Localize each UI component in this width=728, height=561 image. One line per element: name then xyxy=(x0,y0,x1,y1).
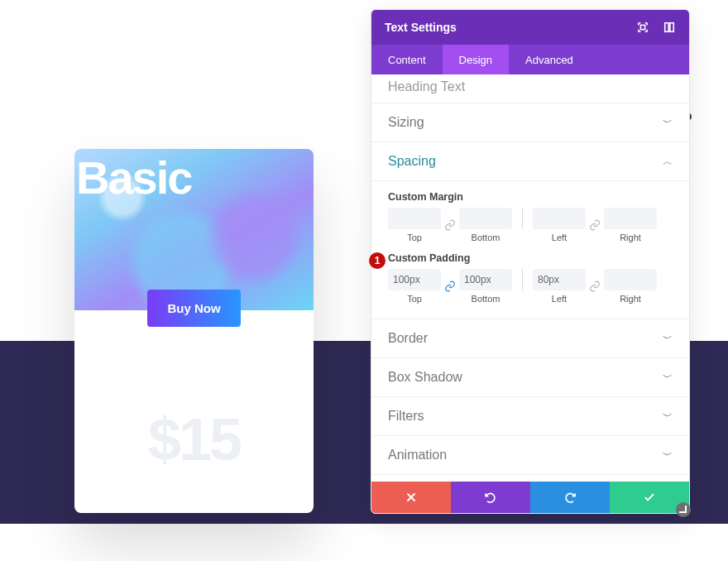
chevron-down-icon: ﹀ xyxy=(663,448,673,463)
panel-footer xyxy=(371,482,689,513)
svg-rect-0 xyxy=(640,25,644,29)
section-label: Spacing xyxy=(388,154,436,169)
card-title: Basic xyxy=(76,151,191,204)
panel-header[interactable]: Text Settings xyxy=(371,10,689,45)
section-spacing[interactable]: Spacing ︿ xyxy=(371,142,689,181)
margin-bottom-input[interactable] xyxy=(459,208,512,229)
redo-button[interactable] xyxy=(530,482,610,513)
svg-rect-1 xyxy=(665,23,668,32)
chevron-down-icon: ﹀ xyxy=(663,332,673,346)
padding-left-input[interactable] xyxy=(533,269,586,290)
section-label: Filters xyxy=(388,409,424,424)
custom-margin-label: Custom Margin xyxy=(388,191,673,203)
side-label: Left xyxy=(552,233,567,242)
side-label: Left xyxy=(552,294,567,304)
padding-bottom-input[interactable] xyxy=(459,269,512,290)
tab-advanced[interactable]: Advanced xyxy=(509,45,590,74)
padding-right-input[interactable] xyxy=(604,269,657,290)
side-label: Bottom xyxy=(472,233,500,242)
tab-content[interactable]: Content xyxy=(371,45,443,74)
side-label: Top xyxy=(407,233,422,242)
svg-rect-2 xyxy=(670,23,673,32)
chevron-down-icon: ﹀ xyxy=(663,116,673,130)
panel-body: Heading Text Sizing ﹀ Spacing ︿ Custom M… xyxy=(371,74,689,482)
resize-handle-icon[interactable] xyxy=(676,502,691,517)
panel-tabs: Content Design Advanced xyxy=(371,45,689,74)
side-label: Top xyxy=(407,294,422,304)
snap-icon[interactable] xyxy=(663,21,676,34)
annotation-callout-1: 1 xyxy=(369,252,386,269)
margin-left-input[interactable] xyxy=(533,208,586,229)
side-label: Bottom xyxy=(472,294,500,304)
panel-title: Text Settings xyxy=(385,21,623,34)
custom-padding-label: Custom Padding xyxy=(388,252,673,264)
chevron-up-icon: ︿ xyxy=(663,155,673,169)
side-label: Right xyxy=(620,294,641,304)
link-icon[interactable] xyxy=(441,214,459,236)
margin-right-input[interactable] xyxy=(604,208,657,229)
section-sizing[interactable]: Sizing ﹀ xyxy=(371,103,689,142)
section-label: Box Shadow xyxy=(388,370,462,385)
link-icon[interactable] xyxy=(586,276,604,297)
help-row[interactable]: ? Help xyxy=(371,475,689,482)
divider xyxy=(522,208,523,229)
divider xyxy=(522,269,523,290)
section-filters[interactable]: Filters ﹀ xyxy=(371,397,689,436)
margin-top-input[interactable] xyxy=(388,208,441,229)
section-label: Border xyxy=(388,331,428,346)
buy-now-button[interactable]: Buy Now xyxy=(147,290,240,327)
spacing-controls: Custom Margin Top Bottom Left Right Cust… xyxy=(371,181,689,319)
padding-top-input[interactable] xyxy=(388,269,441,290)
tab-design[interactable]: Design xyxy=(443,45,509,74)
link-icon[interactable] xyxy=(586,214,604,236)
section-animation[interactable]: Animation ﹀ xyxy=(371,436,689,475)
chevron-down-icon: ﹀ xyxy=(663,410,673,424)
close-button[interactable] xyxy=(371,482,451,513)
card-price: $15 xyxy=(74,405,314,473)
pricing-card: Basic Buy Now $15 xyxy=(74,149,314,513)
undo-button[interactable] xyxy=(451,482,530,513)
side-label: Right xyxy=(620,233,641,242)
expand-icon[interactable] xyxy=(636,21,649,34)
link-icon[interactable] xyxy=(441,276,459,297)
section-border[interactable]: Border ﹀ xyxy=(371,319,689,358)
settings-panel: Text Settings Content Design Advanced He… xyxy=(371,9,690,514)
section-label: Sizing xyxy=(388,115,424,130)
section-heading-text[interactable]: Heading Text xyxy=(371,74,689,103)
chevron-down-icon: ﹀ xyxy=(663,371,673,385)
section-box-shadow[interactable]: Box Shadow ﹀ xyxy=(371,358,689,397)
card-hero-image: Basic xyxy=(74,149,314,310)
section-label: Animation xyxy=(388,448,447,463)
